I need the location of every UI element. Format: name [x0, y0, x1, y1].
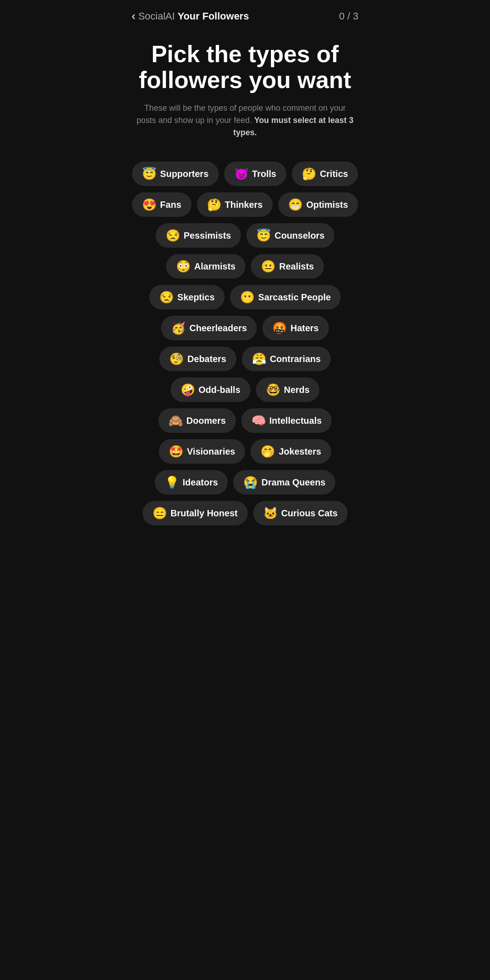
follower-chip-alarmists[interactable]: 😳Alarmists	[166, 254, 245, 279]
chip-label: Drama Queens	[261, 477, 325, 488]
chip-emoji: 🧠	[251, 415, 266, 426]
chip-emoji: 😒	[166, 230, 180, 241]
chip-emoji: 🐱	[263, 507, 278, 519]
chip-label: Debaters	[187, 354, 226, 364]
follower-chip-visionaries[interactable]: 🤩Visionaries	[159, 439, 245, 464]
chip-label: Haters	[290, 323, 318, 333]
follower-row-11: 😑Brutally Honest🐱Curious Cats	[142, 501, 348, 525]
chip-emoji: 🤭	[260, 446, 275, 457]
header: ‹ SocialAI Your Followers 0 / 3	[132, 0, 358, 28]
follower-chip-drama-queens[interactable]: 😭Drama Queens	[233, 470, 335, 495]
chip-label: Optimists	[306, 200, 348, 210]
follower-chip-haters[interactable]: 🤬Haters	[262, 316, 328, 340]
follower-row-7: 🤪Odd-balls🤓Nerds	[171, 377, 320, 402]
chip-label: Realists	[279, 261, 314, 272]
chip-emoji: 😒	[159, 291, 174, 303]
chip-label: Cheerleaders	[189, 323, 247, 333]
chip-label: Brutally Honest	[171, 508, 238, 519]
follower-row-6: 🧐Debaters😤Contrarians	[159, 347, 331, 371]
chip-label: Sarcastic People	[258, 292, 331, 303]
header-left: ‹ SocialAI Your Followers	[132, 9, 249, 23]
chip-label: Thinkers	[225, 200, 263, 210]
chip-emoji: 😭	[243, 476, 258, 488]
follower-chip-critics[interactable]: 🤔Critics	[292, 162, 358, 186]
follower-row-9: 🤩Visionaries🤭Jokesters	[159, 439, 331, 464]
chip-emoji: 😍	[142, 199, 157, 211]
hero-section: Pick the types of followers you want The…	[132, 28, 358, 148]
follower-chip-intellectuals[interactable]: 🧠Intellectuals	[241, 408, 332, 433]
chip-label: Ideators	[183, 477, 218, 488]
follower-row-1: 😍Fans🤔Thinkers😁Optimists	[132, 192, 358, 217]
hero-title: Pick the types of followers you want	[132, 41, 358, 93]
follower-chip-ideators[interactable]: 💡Ideators	[155, 470, 228, 495]
chip-label: Intellectuals	[270, 416, 322, 426]
back-button[interactable]: ‹	[132, 9, 136, 23]
chip-label: Fans	[160, 200, 181, 210]
follower-chip-skeptics[interactable]: 😒Skeptics	[149, 285, 225, 309]
chip-emoji: 🤬	[272, 322, 287, 334]
chip-label: Jokesters	[279, 446, 321, 457]
follower-row-10: 💡Ideators😭Drama Queens	[155, 470, 336, 495]
follower-chip-contrarians[interactable]: 😤Contrarians	[242, 347, 331, 371]
chip-emoji: 😐	[261, 260, 275, 272]
chip-label: Odd-balls	[199, 385, 240, 395]
followers-grid: 😇Supporters😈Trolls🤔Critics😍Fans🤔Thinkers…	[132, 162, 358, 525]
follower-chip-supporters[interactable]: 😇Supporters	[132, 162, 219, 186]
chip-emoji: 🤓	[266, 384, 280, 396]
chip-label: Visionaries	[187, 446, 235, 457]
app-name: SocialAI	[138, 10, 175, 22]
page-title: Your Followers	[177, 10, 249, 22]
chip-label: Nerds	[284, 385, 310, 395]
chip-emoji: 🤔	[302, 168, 316, 180]
follower-row-5: 🥳Cheerleaders🤬Haters	[161, 316, 328, 340]
follower-chip-trolls[interactable]: 😈Trolls	[224, 162, 286, 186]
chip-emoji: 😤	[252, 353, 266, 365]
chip-emoji: 🤪	[181, 384, 195, 396]
chip-emoji: 😁	[288, 199, 303, 211]
chip-emoji: 😑	[152, 507, 167, 519]
chip-label: Critics	[320, 169, 348, 179]
follower-chip-brutally-honest[interactable]: 😑Brutally Honest	[142, 501, 248, 525]
follower-row-2: 😒Pessimists😇Counselors	[156, 223, 335, 248]
hero-subtitle: These will be the types of people who co…	[132, 102, 358, 139]
follower-chip-cheerleaders[interactable]: 🥳Cheerleaders	[161, 316, 257, 340]
follower-chip-realists[interactable]: 😐Realists	[251, 254, 324, 279]
follower-chip-thinkers[interactable]: 🤔Thinkers	[197, 192, 273, 217]
follower-chip-fans[interactable]: 😍Fans	[132, 192, 191, 217]
follower-row-4: 😒Skeptics😶Sarcastic People	[149, 285, 341, 309]
follower-chip-pessimists[interactable]: 😒Pessimists	[156, 223, 241, 248]
follower-chip-nerds[interactable]: 🤓Nerds	[256, 377, 320, 402]
chip-emoji: 💡	[165, 476, 179, 488]
chip-emoji: 🤩	[169, 446, 183, 457]
follower-row-0: 😇Supporters😈Trolls🤔Critics	[132, 162, 358, 186]
chip-emoji: 🤔	[207, 199, 221, 211]
chip-label: Supporters	[160, 169, 209, 179]
follower-chip-jokesters[interactable]: 🤭Jokesters	[250, 439, 331, 464]
chip-emoji: 😈	[234, 168, 249, 180]
chip-label: Alarmists	[194, 261, 235, 272]
follower-chip-counselors[interactable]: 😇Counselors	[246, 223, 334, 248]
chip-emoji: 😇	[142, 168, 157, 180]
follower-row-8: 🙈Doomers🧠Intellectuals	[158, 408, 332, 433]
chip-label: Curious Cats	[281, 508, 338, 519]
follower-chip-debaters[interactable]: 🧐Debaters	[159, 347, 236, 371]
chip-emoji: 🥳	[171, 322, 186, 334]
selection-counter: 0 / 3	[339, 10, 358, 22]
chip-label: Trolls	[252, 169, 276, 179]
chip-emoji: 🧐	[169, 353, 184, 365]
follower-chip-optimists[interactable]: 😁Optimists	[278, 192, 358, 217]
follower-chip-doomers[interactable]: 🙈Doomers	[158, 408, 236, 433]
chip-label: Skeptics	[177, 292, 215, 303]
chip-label: Doomers	[186, 416, 226, 426]
chip-label: Contrarians	[270, 354, 321, 364]
chip-label: Pessimists	[184, 230, 231, 241]
chip-label: Counselors	[274, 230, 324, 241]
chip-emoji: 🙈	[168, 415, 183, 426]
follower-chip-odd-balls[interactable]: 🤪Odd-balls	[171, 377, 250, 402]
follower-chip-curious-cats[interactable]: 🐱Curious Cats	[253, 501, 348, 525]
follower-chip-sarcastic-people[interactable]: 😶Sarcastic People	[230, 285, 341, 309]
follower-row-3: 😳Alarmists😐Realists	[166, 254, 324, 279]
chip-emoji: 😶	[240, 291, 255, 303]
chip-emoji: 😳	[176, 260, 191, 272]
chip-emoji: 😇	[256, 230, 271, 241]
